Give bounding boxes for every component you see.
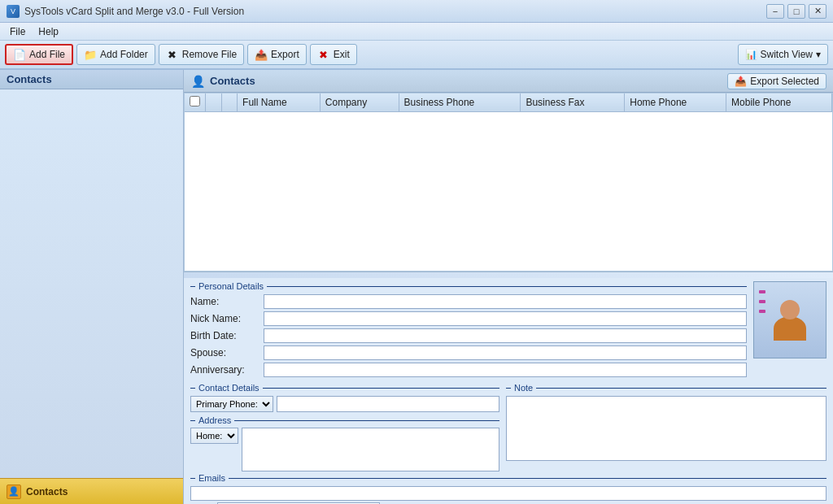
- export-selected-label: Export Selected: [750, 76, 819, 87]
- remove-file-label: Remove File: [182, 49, 237, 60]
- select-all-checkbox[interactable]: [190, 96, 200, 106]
- export-button[interactable]: 📤 Export: [247, 44, 307, 65]
- col-mobilephone-header[interactable]: Mobile Phone: [726, 93, 832, 112]
- remove-file-button[interactable]: ✖ Remove File: [159, 44, 244, 65]
- remove-file-icon: ✖: [166, 48, 179, 61]
- horizontal-scrollbar[interactable]: [184, 272, 833, 278]
- avatar-figure: [774, 300, 806, 341]
- export-selected-icon: 📤: [735, 76, 747, 87]
- exit-icon: ✖: [317, 48, 330, 61]
- table-header-row: Full Name Company Business Phone Busines…: [185, 93, 832, 112]
- menu-bar: File Help: [0, 23, 833, 41]
- col-icon2-header: [221, 93, 238, 112]
- note-section: Note: [506, 383, 826, 471]
- bottom-section: Contact Details Primary Phone: Home Phon…: [184, 383, 833, 471]
- add-file-button[interactable]: 📄 Add File: [5, 44, 73, 65]
- col-company-header[interactable]: Company: [320, 93, 399, 112]
- content-header: 👤 Contacts 📤 Export Selected: [184, 70, 833, 93]
- sidebar-header: Contacts: [0, 70, 183, 89]
- address-textarea[interactable]: [242, 428, 499, 471]
- sidebar-footer-icon: 👤: [7, 484, 21, 499]
- svg-rect-2: [759, 310, 765, 313]
- export-label: Export: [271, 49, 299, 60]
- address-label: Address: [190, 415, 499, 425]
- menu-file[interactable]: File: [3, 24, 32, 39]
- toolbar: 📄 Add File 📁 Add Folder ✖ Remove File 📤 …: [0, 41, 833, 70]
- name-row: Name:: [190, 294, 747, 309]
- add-folder-button[interactable]: 📁 Add Folder: [76, 44, 155, 65]
- address-section: Address Home: Work: Other:: [190, 415, 499, 471]
- contact-details-label: Contact Details: [190, 383, 499, 393]
- exit-button[interactable]: ✖ Exit: [310, 44, 357, 65]
- note-textarea[interactable]: [506, 396, 826, 461]
- birthdate-row: Birth Date:: [190, 328, 747, 343]
- phone-row: Primary Phone: Home Phone: Work Phone: M…: [190, 396, 499, 412]
- add-file-label: Add File: [29, 49, 65, 60]
- anniversary-row: Anniversary:: [190, 363, 747, 377]
- app-icon: V: [7, 5, 20, 18]
- birthdate-input[interactable]: [264, 328, 747, 343]
- export-icon: 📤: [255, 48, 268, 61]
- contacts-header-title: Contacts: [210, 75, 255, 87]
- personal-details-label: Personal Details: [190, 281, 747, 291]
- col-businessphone-header[interactable]: Business Phone: [399, 93, 521, 112]
- phone-type-select[interactable]: Primary Phone: Home Phone: Work Phone: M…: [190, 396, 273, 412]
- col-fullname-header[interactable]: Full Name: [238, 93, 321, 112]
- spouse-label: Spouse:: [190, 347, 264, 358]
- note-label: Note: [506, 383, 826, 393]
- add-file-icon: 📄: [13, 48, 26, 61]
- add-folder-label: Add Folder: [100, 49, 148, 60]
- content-panel: 👤 Contacts 📤 Export Selected Full Name C…: [184, 70, 833, 504]
- exit-label: Exit: [334, 49, 350, 60]
- nickname-label: Nick Name:: [190, 313, 264, 324]
- toolbar-right: 📊 Switch View ▾: [738, 44, 828, 65]
- sidebar: Contacts 👤 Contacts: [0, 70, 184, 504]
- sidebar-footer-label: Contacts: [26, 486, 68, 497]
- col-icon-header: [206, 93, 222, 112]
- switch-view-button[interactable]: 📊 Switch View ▾: [738, 44, 828, 65]
- close-button[interactable]: ✕: [809, 4, 826, 19]
- nickname-row: Nick Name:: [190, 311, 747, 326]
- anniversary-label: Anniversary:: [190, 364, 264, 376]
- restore-button[interactable]: □: [787, 4, 805, 19]
- nickname-input[interactable]: [264, 311, 747, 326]
- contacts-table: Full Name Company Business Phone Busines…: [185, 93, 832, 112]
- name-input[interactable]: [264, 294, 747, 309]
- spouse-row: Spouse:: [190, 345, 747, 360]
- menu-help[interactable]: Help: [32, 24, 65, 39]
- contacts-header-icon: 👤: [190, 74, 205, 89]
- title-bar: V SysTools vCard Split and Merge v3.0 - …: [0, 0, 833, 23]
- col-homephone-header[interactable]: Home Phone: [625, 93, 726, 112]
- contacts-table-container: Full Name Company Business Phone Busines…: [184, 93, 833, 272]
- address-row: Home: Work: Other:: [190, 428, 499, 471]
- svg-rect-1: [759, 300, 765, 303]
- content-header-left: 👤 Contacts: [190, 74, 255, 89]
- switch-view-arrow: ▾: [816, 49, 821, 60]
- details-section: Personal Details Name: Nick Name: Birth …: [184, 278, 833, 504]
- personal-details-left: Personal Details Name: Nick Name: Birth …: [190, 281, 747, 380]
- email-input[interactable]: [190, 486, 826, 501]
- birthdate-label: Birth Date:: [190, 330, 264, 341]
- window-title: SysTools vCard Split and Merge v3.0 - Fu…: [24, 6, 244, 17]
- avatar-body: [774, 316, 806, 341]
- export-selected-button[interactable]: 📤 Export Selected: [727, 73, 826, 89]
- col-checkbox-header[interactable]: [185, 93, 206, 112]
- address-type-select[interactable]: Home: Work: Other:: [190, 428, 238, 444]
- sidebar-footer[interactable]: 👤 Contacts: [0, 478, 183, 504]
- switch-view-icon: 📊: [745, 49, 757, 60]
- spouse-input[interactable]: [264, 345, 747, 360]
- name-label: Name:: [190, 296, 264, 307]
- email-section: Emails: [184, 473, 833, 501]
- avatar-card-lines: [759, 290, 775, 339]
- minimize-button[interactable]: −: [766, 4, 784, 19]
- anniversary-input[interactable]: [264, 363, 747, 377]
- sidebar-content: [0, 89, 183, 478]
- title-bar-left: V SysTools vCard Split and Merge v3.0 - …: [7, 5, 244, 18]
- main-layout: Contacts 👤 Contacts 👤 Contacts 📤 Export …: [0, 70, 833, 504]
- contact-avatar: [753, 281, 826, 358]
- phone-value-input[interactable]: [277, 396, 499, 412]
- switch-view-label: Switch View: [761, 49, 813, 60]
- svg-rect-0: [759, 290, 765, 293]
- add-folder-icon: 📁: [84, 48, 97, 61]
- col-businessfax-header[interactable]: Business Fax: [521, 93, 625, 112]
